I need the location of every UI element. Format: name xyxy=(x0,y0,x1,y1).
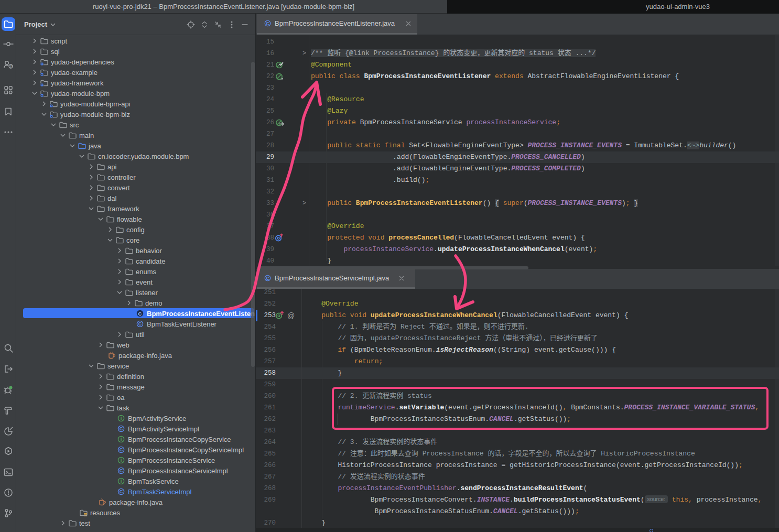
svg-text:C: C xyxy=(266,21,269,26)
svg-text:C: C xyxy=(266,276,269,281)
svg-text:I: I xyxy=(121,437,122,442)
svg-text:C: C xyxy=(138,321,142,327)
svg-text:I: I xyxy=(121,458,122,463)
svg-text:I: I xyxy=(121,416,122,421)
svg-text:C: C xyxy=(138,311,142,317)
svg-text:?: ? xyxy=(10,64,12,68)
svg-text:C: C xyxy=(120,468,123,473)
svg-text:C: C xyxy=(120,426,123,431)
svg-text:C: C xyxy=(120,447,123,452)
svg-text:I: I xyxy=(121,479,122,484)
svg-text:C: C xyxy=(120,489,123,494)
